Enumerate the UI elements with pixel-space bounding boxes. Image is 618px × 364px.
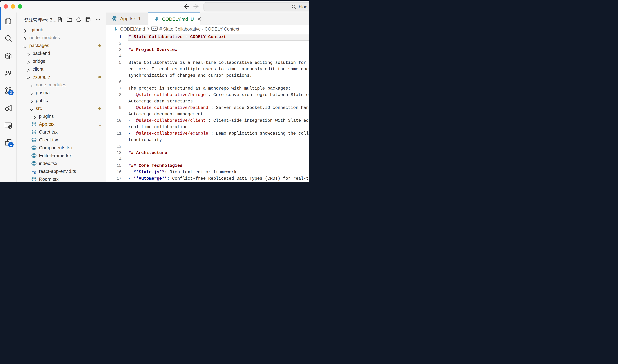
svg-text:abc: abc	[153, 27, 157, 30]
